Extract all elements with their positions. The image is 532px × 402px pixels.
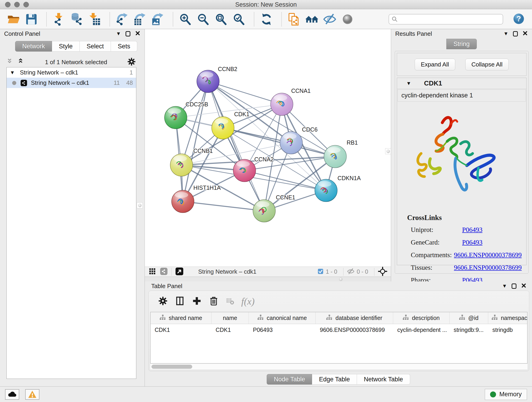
collapse-all-button[interactable]: Collapse All bbox=[465, 59, 509, 70]
column-header-canonical-name[interactable]: canonical name bbox=[249, 312, 316, 324]
table-cell[interactable]: CDK1 bbox=[211, 324, 249, 336]
close-panel-icon[interactable] bbox=[521, 283, 526, 289]
node-CDC25B[interactable]: CDC25B bbox=[165, 101, 208, 129]
node-table[interactable]: shared namenamecanonical namedatabase id… bbox=[150, 312, 527, 364]
tab-select[interactable]: Select bbox=[80, 41, 111, 51]
hidden-eye-icon[interactable] bbox=[347, 268, 355, 276]
import-network-from-database-icon[interactable] bbox=[69, 12, 84, 27]
search-input[interactable] bbox=[389, 14, 503, 25]
crosslink-link[interactable]: P06493 bbox=[462, 226, 482, 234]
tab-network-table[interactable]: Network Table bbox=[357, 374, 410, 385]
tab-style[interactable]: Style bbox=[52, 41, 80, 51]
crosslink-link[interactable]: P06493 bbox=[462, 239, 482, 246]
tab-string[interactable]: String bbox=[446, 39, 477, 49]
table-cell[interactable]: cyclin-dependent ... bbox=[393, 324, 450, 336]
column-header-shared-name[interactable]: shared name bbox=[151, 312, 211, 324]
scrollbar-thumb[interactable] bbox=[152, 365, 192, 369]
tree-expander-icon[interactable]: ▼ bbox=[10, 70, 15, 75]
refresh-view-icon[interactable] bbox=[259, 12, 274, 27]
zoom-out-icon[interactable] bbox=[196, 12, 211, 27]
left-splitter-handle[interactable] bbox=[137, 202, 143, 208]
column-header-name[interactable]: name bbox=[211, 312, 249, 324]
string-home-icon[interactable] bbox=[304, 12, 319, 27]
zoom-fit-icon[interactable] bbox=[214, 12, 229, 27]
selected-checkbox-icon[interactable] bbox=[317, 268, 323, 275]
node-HIST1H1A[interactable]: HIST1H1A bbox=[172, 185, 221, 213]
node-CCNE1[interactable]: CCNE1 bbox=[253, 194, 295, 222]
network-graph[interactable]: CCNB2 CCNA1 CDC25B CDK1 CDC6 RB1 CCNB1 C… bbox=[145, 29, 391, 267]
node-CDC6[interactable]: CDC6 bbox=[280, 126, 317, 154]
network-file-share-icon[interactable] bbox=[286, 12, 302, 27]
birdseye-view-icon[interactable] bbox=[175, 267, 184, 276]
fit-selected-crosshair-icon[interactable] bbox=[378, 267, 387, 277]
crosslink-link[interactable]: 9606.ENSP00000378699 bbox=[454, 264, 522, 271]
help-icon[interactable]: ? bbox=[513, 13, 525, 26]
cloud-button[interactable] bbox=[5, 389, 19, 400]
expand-all-icon[interactable] bbox=[17, 58, 25, 66]
column-header-namespace[interactable]: namespace bbox=[488, 312, 527, 324]
horizontal-splitter[interactable] bbox=[145, 277, 391, 281]
right-splitter-handle[interactable] bbox=[385, 148, 391, 154]
export-table-icon[interactable] bbox=[133, 12, 147, 27]
tab-node-table[interactable]: Node Table bbox=[267, 374, 312, 385]
import-table-from-file-icon[interactable] bbox=[87, 12, 102, 27]
table-cell[interactable]: 9606.ENSP00000378699 bbox=[316, 324, 393, 336]
edge-CCNB2-HIST1H1A[interactable] bbox=[183, 81, 208, 201]
node-CDKN1A[interactable]: CDKN1A bbox=[315, 175, 361, 202]
node-CCNB1[interactable]: CCNB1 bbox=[170, 148, 213, 176]
zoom-in-icon[interactable] bbox=[178, 12, 193, 27]
column-header-@id[interactable]: @id bbox=[450, 312, 488, 324]
edge-CCNB2-CCNA1[interactable] bbox=[208, 81, 282, 104]
zoom-selected-icon[interactable] bbox=[231, 12, 247, 27]
memory-button[interactable]: Memory bbox=[485, 389, 527, 400]
edge-CCNB2-CCNE1[interactable] bbox=[208, 81, 264, 211]
export-network-icon[interactable] bbox=[114, 12, 130, 27]
edge-CDK1-RB1[interactable] bbox=[223, 128, 335, 157]
float-panel-icon[interactable] bbox=[126, 31, 130, 36]
delete-column-icon[interactable] bbox=[209, 296, 219, 307]
crosslink-link[interactable]: 9606.ENSP00000378699 bbox=[454, 251, 522, 259]
panel-menu-icon[interactable]: ▼ bbox=[502, 283, 507, 288]
tab-network[interactable]: Network bbox=[15, 41, 52, 51]
node-RB1[interactable]: RB1 bbox=[324, 139, 358, 168]
table-cell[interactable]: stringdb bbox=[488, 324, 527, 336]
close-panel-icon[interactable] bbox=[135, 31, 140, 37]
tab-edge-table[interactable]: Edge Table bbox=[312, 374, 357, 385]
node-CCNA1[interactable]: CCNA1 bbox=[271, 88, 311, 115]
network-tree-child-row[interactable]: String Network – cdk1 11 48 bbox=[7, 78, 136, 88]
hide-panels-icon[interactable] bbox=[322, 12, 337, 27]
column-header-description[interactable]: description bbox=[393, 312, 450, 324]
expand-all-button[interactable]: Expand All bbox=[415, 59, 455, 70]
warning-button[interactable] bbox=[25, 389, 39, 400]
open-session-icon[interactable] bbox=[6, 12, 21, 27]
network-canvas[interactable]: CCNB2 CCNA1 CDC25B CDK1 CDC6 RB1 CCNB1 C… bbox=[145, 29, 391, 267]
edge-HIST1H1A-CCNE1[interactable] bbox=[183, 201, 264, 211]
table-cell[interactable]: P06493 bbox=[249, 324, 316, 336]
table-cell[interactable]: CDK1 bbox=[151, 324, 211, 336]
collapse-all-icon[interactable] bbox=[6, 58, 14, 66]
panel-menu-icon[interactable]: ▼ bbox=[116, 31, 121, 36]
panel-menu-icon[interactable]: ▼ bbox=[503, 31, 508, 36]
table-settings-gear-icon[interactable] bbox=[158, 296, 168, 307]
grid-view-icon[interactable] bbox=[148, 268, 156, 276]
network-tree-root-row[interactable]: ▼ String Network – cdk1 1 bbox=[7, 67, 136, 78]
float-panel-icon[interactable] bbox=[513, 31, 518, 36]
network-options-gear-icon[interactable] bbox=[127, 57, 136, 67]
node-CDK1[interactable]: CDK1 bbox=[212, 111, 249, 139]
table-horizontal-scrollbar[interactable] bbox=[150, 364, 527, 370]
table-cell[interactable]: stringdb:9... bbox=[450, 324, 488, 336]
show-columns-icon[interactable] bbox=[175, 296, 185, 307]
share-view-icon[interactable] bbox=[160, 268, 168, 276]
save-session-icon[interactable] bbox=[24, 12, 39, 27]
export-image-icon[interactable] bbox=[150, 12, 165, 27]
import-network-from-file-icon[interactable] bbox=[51, 12, 66, 27]
close-panel-icon[interactable] bbox=[522, 31, 528, 37]
table-row[interactable]: CDK1CDK1P064939606.ENSP00000378699cyclin… bbox=[151, 324, 527, 336]
gene-expander-icon[interactable]: ▼ bbox=[406, 81, 411, 86]
gene-header[interactable]: ▼ CDK1 bbox=[397, 78, 526, 89]
tab-sets[interactable]: Sets bbox=[111, 41, 137, 51]
column-header-database-identifier[interactable]: database identifier bbox=[316, 312, 393, 324]
gene-description: cyclin-dependent kinase 1 bbox=[398, 89, 526, 102]
add-column-icon[interactable] bbox=[192, 296, 202, 307]
float-panel-icon[interactable] bbox=[512, 283, 516, 289]
